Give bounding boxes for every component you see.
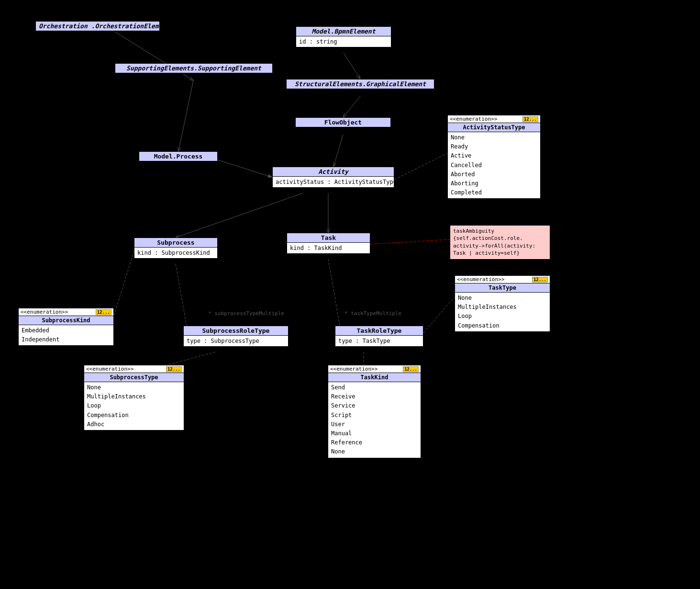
task-box: Task kind : TaskKind <box>287 233 370 254</box>
activity-status-body: None Ready Active Cancelled Aborted Abor… <box>448 132 540 198</box>
svg-line-3 <box>343 96 360 117</box>
subprocess-role-type-body: type : SubprocessType <box>184 336 288 346</box>
task-role-type-box: TaskRoleType type : TaskType <box>335 326 423 347</box>
subprocess-box: Subprocess kind : SubprocessKind <box>134 238 218 259</box>
task-1-label: 1 <box>330 263 333 270</box>
model-bpmn-header: Model.BpmnElement <box>296 27 391 36</box>
subprocess-kind-enum: <<enumeration>> 12... SubprocessKind Emb… <box>18 308 114 346</box>
task-kind-badge: 12... <box>403 366 419 372</box>
activity-status-badge: 12... <box>522 116 538 122</box>
activity-status-title: ActivityStatusType <box>448 123 540 132</box>
enum-item: User <box>331 420 418 429</box>
constraint-text: activity->forAll(activity: <box>453 242 547 249</box>
task-kind-enum: <<enumeration>> 12... TaskKind Send Rece… <box>328 365 421 458</box>
enum-item: Active <box>451 151 537 160</box>
model-bpmn-box: Model.BpmnElement id : string <box>296 26 391 47</box>
enum-item: Service <box>331 401 418 410</box>
constraint-text: {self.actionCost.role. <box>453 235 547 242</box>
enum-item: Loop <box>87 401 181 410</box>
task-type-body: None MultipleInstances Loop Compensation <box>455 293 550 331</box>
subprocess-type-top: <<enumeration>> 12... <box>84 365 184 373</box>
task-role-type-attr: type : TaskType <box>338 337 420 345</box>
svg-line-12 <box>370 239 450 244</box>
task-kind-body: Send Receive Service Script User Manual … <box>328 382 421 458</box>
svg-line-15 <box>423 297 455 333</box>
activity-box: Activity activityStatus : ActivityStatus… <box>272 167 394 188</box>
subprocess-type-title: SubprocessType <box>84 373 184 382</box>
enum-item: None <box>451 133 537 142</box>
task-type-multiple-label: * taskTypeMultiple <box>344 310 401 317</box>
enum-item: Aborting <box>451 179 537 188</box>
supporting-box: SupportingElements.SupportingElement <box>115 63 273 74</box>
structural-box: StructuralElements.GraphicalElement <box>286 79 434 90</box>
model-bpmn-attr: id : string <box>299 37 388 46</box>
activity-status-stereotype: <<enumeration>> <box>450 116 497 122</box>
subprocess-type-multiple-label: * subprocessTypeMultiple <box>208 310 284 317</box>
subprocess-role-type-header: SubprocessRoleType <box>184 326 288 336</box>
enum-item: Ready <box>451 142 537 151</box>
enum-item: Adhoc <box>87 420 181 429</box>
model-process-box: Model.Process <box>139 151 218 162</box>
enum-item: None <box>331 447 418 456</box>
subprocess-attr: kind : SubprocessKind <box>137 249 214 257</box>
svg-line-6 <box>176 193 303 238</box>
task-ambiguity-constraint: taskAmbiguity {self.actionCost.role. act… <box>450 225 550 260</box>
activity-status-type-enum: <<enumeration>> 12... ActivityStatusType… <box>447 115 541 199</box>
subprocess-type-enum: <<enumeration>> 12... SubprocessType Non… <box>84 365 184 430</box>
subprocess-type-stereotype: <<enumeration>> <box>86 366 133 372</box>
subprocess-body: kind : SubprocessKind <box>134 248 217 258</box>
task-attr: kind : TaskKind <box>290 244 367 252</box>
subprocess-kind-title: SubprocessKind <box>19 316 113 325</box>
task-type-enum: <<enumeration>> 12... TaskType None Mult… <box>455 275 550 332</box>
task-header: Task <box>287 233 370 243</box>
orchestration-box: Orchestration .OrchestrationElement <box>35 21 160 32</box>
activity-attr: activityStatus : ActivityStatusType <box>276 178 391 186</box>
enum-item: Receive <box>331 392 418 401</box>
model-process-header: Model.Process <box>139 152 217 161</box>
subprocess-type-body: None MultipleInstances Loop Compensation… <box>84 382 184 430</box>
enum-item: Script <box>331 411 418 420</box>
task-kind-stereotype: <<enumeration>> <box>330 366 378 372</box>
svg-line-4 <box>333 135 343 167</box>
enum-item: Independent <box>22 335 111 344</box>
task-type-top: <<enumeration>> 12... <box>455 276 550 283</box>
subprocess-header: Subprocess <box>134 238 217 248</box>
svg-line-10 <box>176 264 187 326</box>
structural-header: StructuralElements.GraphicalElement <box>287 79 434 89</box>
task-type-stereotype: <<enumeration>> <box>457 276 504 283</box>
subprocess-type-badge: 12... <box>166 366 182 372</box>
svg-line-5 <box>218 160 272 177</box>
enum-item: MultipleInstances <box>458 303 547 312</box>
subprocess-kind-badge: 12... <box>96 309 111 315</box>
enum-item: MultipleInstances <box>87 392 181 401</box>
activity-header: Activity <box>273 167 394 177</box>
orchestration-header: Orchestration .OrchestrationElement <box>36 22 159 31</box>
enum-item: Compensation <box>87 411 181 420</box>
diagram: Orchestration .OrchestrationElement Mode… <box>0 0 700 589</box>
task-kind-top: <<enumeration>> 12... <box>328 365 421 373</box>
enum-item: Aborted <box>451 170 537 179</box>
subprocess-1-label: 1 <box>180 274 183 281</box>
enum-item: Send <box>331 383 418 392</box>
svg-line-8 <box>394 153 447 180</box>
task-role-type-body: type : TaskType <box>335 336 423 346</box>
svg-line-1 <box>178 80 193 151</box>
enum-item: Completed <box>451 188 537 197</box>
activity-status-type-top: <<enumeration>> 12... <box>448 115 540 123</box>
svg-line-13 <box>167 352 215 365</box>
enum-item: Cancelled <box>451 161 537 170</box>
subprocess-role-type-box: SubprocessRoleType type : SubprocessType <box>183 326 289 347</box>
subprocess-kind-top: <<enumeration>> 12... <box>19 308 113 316</box>
enum-item: Compensation <box>458 321 547 330</box>
task-kind-title: TaskKind <box>328 373 421 382</box>
constraint-text: Task | activity=self} <box>453 249 547 257</box>
enum-item: Loop <box>458 312 547 321</box>
constraint-text: taskAmbiguity <box>453 227 547 235</box>
subprocess-kind-body: Embedded Independent <box>19 325 113 345</box>
task-type-title: TaskType <box>455 283 550 293</box>
enum-item: Reference <box>331 438 418 447</box>
svg-line-2 <box>344 53 360 79</box>
model-bpmn-body: id : string <box>296 36 391 47</box>
enum-item: Embedded <box>22 326 111 335</box>
task-type-badge: 12... <box>532 277 548 283</box>
